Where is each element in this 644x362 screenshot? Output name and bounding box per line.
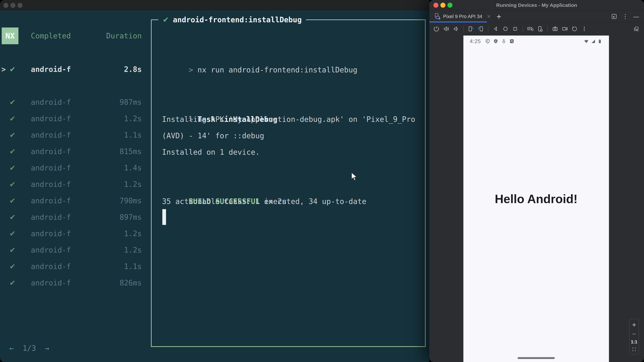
- studio-titlebar: Running Devices - My Application: [429, 0, 644, 10]
- home-icon[interactable]: [502, 25, 509, 32]
- rotate-left-icon[interactable]: [467, 25, 474, 32]
- toolbar-separator: [548, 25, 548, 32]
- task-row[interactable]: ✔android-f790ms: [0, 193, 151, 209]
- task-row[interactable]: ✔android-f1.4s: [0, 160, 151, 176]
- auto-delete-icon: A: [509, 39, 514, 44]
- shield-outline-icon: [485, 39, 490, 44]
- task-duration: 897ms: [31, 209, 142, 225]
- task-row[interactable]: ✔android-f815ms: [0, 143, 151, 160]
- prev-page-arrow[interactable]: ←: [10, 344, 14, 353]
- embed-window-icon[interactable]: [611, 13, 617, 19]
- task-output-panel: ✔android-frontend:installDebug >nx run a…: [151, 19, 426, 347]
- zoom-controls: + − 1:1: [629, 319, 639, 355]
- nx-logo: NX: [2, 27, 18, 44]
- task-sidebar: NX Completed Duration > ✔ android-f 2.8s…: [0, 0, 151, 362]
- terminal-cursor: [162, 209, 166, 225]
- tab-device-label[interactable]: Pixel 9 Pro API 34: [443, 14, 482, 19]
- screenshot-icon[interactable]: [552, 25, 559, 32]
- task-row[interactable]: ✔android-f987ms: [0, 94, 151, 110]
- check-icon: ✔: [10, 94, 16, 110]
- next-page-arrow[interactable]: →: [45, 344, 49, 353]
- prompt-icon: >: [189, 65, 193, 74]
- page-indicator: 1/3: [23, 344, 36, 353]
- minimize-window-button[interactable]: [440, 3, 446, 8]
- task-row[interactable]: ✔android-f1.1s: [0, 258, 151, 275]
- output-task-title: android-frontend:installDebug: [173, 15, 302, 24]
- output-panel-title: ✔android-frontend:installDebug: [158, 14, 306, 26]
- device-settings-icon[interactable]: [536, 25, 544, 32]
- toolbar-separator: [488, 25, 488, 32]
- output-line: Installing APK 'My Application-debug.apk…: [162, 111, 415, 128]
- pagination: ← 1/3 →: [10, 340, 49, 356]
- status-time: 4:25: [470, 38, 481, 44]
- task-row[interactable]: ✔android-f1.1s: [0, 127, 151, 143]
- task-duration: 826ms: [31, 275, 142, 291]
- back-icon[interactable]: [492, 25, 500, 32]
- svg-text:A: A: [511, 39, 513, 42]
- supervision-icon: [501, 39, 506, 44]
- check-icon: ✔: [163, 15, 169, 24]
- task-row[interactable]: ✔android-f1.2s: [0, 176, 151, 193]
- check-icon: ✔: [10, 258, 16, 275]
- tab-close-button[interactable]: ×: [487, 13, 490, 20]
- more-options-icon[interactable]: [580, 25, 588, 32]
- check-icon: ✔: [10, 160, 16, 176]
- volume-up-icon[interactable]: [442, 25, 450, 32]
- build-summary-line: 35 actionable tasks: 1 executed, 34 up-t…: [162, 193, 366, 210]
- overview-icon[interactable]: [512, 25, 519, 32]
- gradle-task-header: >Task :installDebug: [162, 95, 278, 111]
- task-row[interactable]: ✔android-f1.2s: [0, 242, 151, 258]
- task-duration: 815ms: [31, 143, 142, 160]
- device-phone-icon: [434, 13, 440, 20]
- task-duration: 1.2s: [31, 225, 142, 242]
- screen-record-icon[interactable]: [561, 25, 568, 32]
- task-duration: 987ms: [31, 94, 142, 110]
- signal-icon: [590, 39, 596, 44]
- gesture-navigation-handle[interactable]: [518, 357, 555, 359]
- window-title: Running Devices - My Application: [429, 0, 644, 10]
- selection-caret-icon: >: [1, 61, 6, 78]
- rotate-right-icon[interactable]: [477, 25, 484, 32]
- power-icon[interactable]: [433, 25, 440, 32]
- new-tab-button[interactable]: +: [496, 12, 501, 21]
- build-status-line: BUILD SUCCESSFUL in 2s: [162, 177, 286, 193]
- hide-toolwindow-icon[interactable]: —: [633, 13, 639, 20]
- command-text: nx run android-frontend:installDebug: [198, 65, 358, 74]
- task-row-selected[interactable]: > ✔ android-f 2.8s: [0, 61, 151, 78]
- snapshot-reset-icon[interactable]: [571, 25, 578, 32]
- terminal-window: NX Completed Duration > ✔ android-f 2.8s…: [0, 0, 429, 362]
- output-line: (AVD) - 14' for ::debug: [162, 128, 264, 144]
- device-statusbar: 4:25 A: [464, 37, 609, 45]
- fit-to-window-icon[interactable]: [632, 347, 637, 352]
- more-options-icon[interactable]: ⋮: [622, 13, 628, 19]
- running-devices-window: Running Devices - My Application Pixel 9…: [429, 0, 644, 362]
- device-tabbar: Pixel 9 Pro API 34 × + ⋮ —: [429, 11, 644, 22]
- task-row[interactable]: ✔android-f1.2s: [0, 110, 151, 127]
- check-icon: ✔: [10, 176, 16, 193]
- hardware-input-icon[interactable]: [526, 25, 534, 32]
- close-window-button[interactable]: [433, 3, 438, 8]
- task-row[interactable]: ✔android-f1.2s: [0, 225, 151, 242]
- app-greeting-text: Hello Android!: [464, 192, 609, 206]
- output-line: Installed on 1 device.: [162, 144, 260, 160]
- toolbar-separator: [463, 25, 464, 32]
- check-icon: ✔: [10, 143, 16, 160]
- zoom-window-button[interactable]: [448, 3, 452, 8]
- volume-down-icon[interactable]: [452, 25, 460, 32]
- active-tab-indicator: [429, 21, 487, 22]
- zoom-out-button[interactable]: −: [632, 331, 636, 338]
- check-icon: ✔: [10, 242, 16, 258]
- command-line: >nx run android-frontend:installDebug: [162, 45, 358, 62]
- emulator-display[interactable]: 4:25 A: [464, 35, 609, 362]
- task-row[interactable]: ✔android-f897ms: [0, 209, 151, 225]
- check-icon: ✔: [10, 275, 16, 291]
- wifi-icon: [584, 39, 589, 44]
- mouse-cursor: [351, 172, 358, 181]
- task-row[interactable]: ✔android-f826ms: [0, 275, 151, 291]
- task-duration: 1.4s: [31, 160, 142, 176]
- zoom-in-button[interactable]: +: [632, 322, 636, 329]
- screen-search-icon[interactable]: [632, 25, 640, 32]
- shield-play-icon: [493, 39, 498, 44]
- check-icon: ✔: [10, 127, 16, 143]
- zoom-ratio-button[interactable]: 1:1: [631, 339, 637, 345]
